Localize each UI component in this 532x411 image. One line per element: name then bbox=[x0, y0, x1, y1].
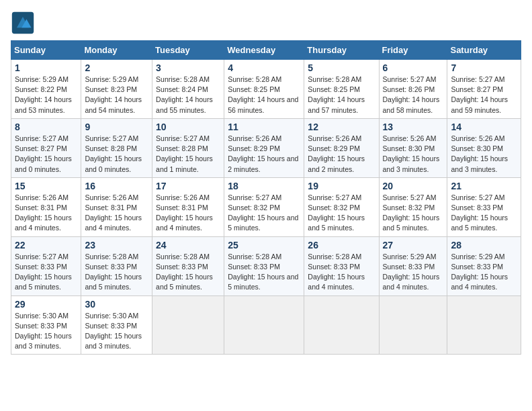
day-cell-16: 16 Sunrise: 5:26 AM Sunset: 8:31 PM Dayl… bbox=[81, 177, 152, 236]
day-cell-29: 29 Sunrise: 5:30 AM Sunset: 8:33 PM Dayl… bbox=[11, 295, 81, 355]
day-cell-5: 5 Sunrise: 5:28 AM Sunset: 8:25 PM Dayli… bbox=[304, 60, 379, 119]
week-row-4: 22 Sunrise: 5:27 AM Sunset: 8:33 PM Dayl… bbox=[11, 236, 521, 295]
day-info: Sunrise: 5:27 AM Sunset: 8:27 PM Dayligh… bbox=[451, 75, 517, 116]
day-cell-18: 18 Sunrise: 5:27 AM Sunset: 8:32 PM Dayl… bbox=[224, 177, 304, 236]
day-cell-21: 21 Sunrise: 5:27 AM Sunset: 8:33 PM Dayl… bbox=[447, 177, 521, 236]
day-cell-13: 13 Sunrise: 5:26 AM Sunset: 8:30 PM Dayl… bbox=[379, 118, 447, 177]
day-cell-4: 4 Sunrise: 5:28 AM Sunset: 8:25 PM Dayli… bbox=[224, 60, 304, 119]
day-cell-11: 11 Sunrise: 5:26 AM Sunset: 8:29 PM Dayl… bbox=[224, 118, 304, 177]
day-number: 5 bbox=[308, 62, 375, 73]
day-info: Sunrise: 5:26 AM Sunset: 8:30 PM Dayligh… bbox=[451, 134, 517, 175]
day-cell-2: 2 Sunrise: 5:29 AM Sunset: 8:23 PM Dayli… bbox=[81, 60, 152, 119]
day-number: 22 bbox=[15, 240, 77, 250]
empty-cell bbox=[152, 295, 224, 355]
day-cell-12: 12 Sunrise: 5:26 AM Sunset: 8:29 PM Dayl… bbox=[304, 118, 379, 177]
day-number: 2 bbox=[85, 62, 148, 73]
day-cell-7: 7 Sunrise: 5:27 AM Sunset: 8:27 PM Dayli… bbox=[447, 60, 521, 119]
day-info: Sunrise: 5:29 AM Sunset: 8:33 PM Dayligh… bbox=[451, 252, 517, 293]
day-info: Sunrise: 5:29 AM Sunset: 8:23 PM Dayligh… bbox=[85, 75, 148, 116]
day-info: Sunrise: 5:26 AM Sunset: 8:30 PM Dayligh… bbox=[383, 134, 444, 175]
empty-cell bbox=[447, 295, 521, 355]
day-info: Sunrise: 5:27 AM Sunset: 8:33 PM Dayligh… bbox=[15, 252, 77, 293]
day-number: 24 bbox=[156, 240, 220, 250]
day-info: Sunrise: 5:27 AM Sunset: 8:32 PM Dayligh… bbox=[383, 193, 444, 234]
col-header-friday: Friday bbox=[379, 41, 447, 60]
day-number: 20 bbox=[383, 181, 444, 191]
col-header-thursday: Thursday bbox=[304, 41, 379, 60]
logo bbox=[11, 11, 38, 35]
empty-cell bbox=[379, 295, 447, 355]
day-cell-1: 1 Sunrise: 5:29 AM Sunset: 8:22 PM Dayli… bbox=[11, 60, 81, 119]
week-row-2: 8 Sunrise: 5:27 AM Sunset: 8:27 PM Dayli… bbox=[11, 118, 521, 177]
day-info: Sunrise: 5:30 AM Sunset: 8:33 PM Dayligh… bbox=[15, 311, 77, 352]
day-number: 26 bbox=[308, 240, 375, 250]
day-cell-10: 10 Sunrise: 5:27 AM Sunset: 8:28 PM Dayl… bbox=[152, 118, 224, 177]
week-row-3: 15 Sunrise: 5:26 AM Sunset: 8:31 PM Dayl… bbox=[11, 177, 521, 236]
day-info: Sunrise: 5:27 AM Sunset: 8:32 PM Dayligh… bbox=[308, 193, 375, 234]
day-number: 21 bbox=[451, 181, 517, 191]
day-cell-22: 22 Sunrise: 5:27 AM Sunset: 8:33 PM Dayl… bbox=[11, 236, 81, 295]
day-info: Sunrise: 5:27 AM Sunset: 8:32 PM Dayligh… bbox=[228, 193, 300, 234]
day-number: 13 bbox=[383, 122, 444, 132]
day-info: Sunrise: 5:26 AM Sunset: 8:31 PM Dayligh… bbox=[156, 193, 220, 234]
day-number: 18 bbox=[228, 181, 300, 191]
week-row-1: 1 Sunrise: 5:29 AM Sunset: 8:22 PM Dayli… bbox=[11, 60, 521, 119]
day-info: Sunrise: 5:27 AM Sunset: 8:33 PM Dayligh… bbox=[451, 193, 517, 234]
day-info: Sunrise: 5:27 AM Sunset: 8:28 PM Dayligh… bbox=[85, 134, 148, 175]
day-number: 15 bbox=[15, 181, 77, 191]
day-number: 14 bbox=[451, 122, 517, 132]
day-number: 4 bbox=[228, 62, 300, 73]
day-number: 10 bbox=[156, 122, 220, 132]
week-row-5: 29 Sunrise: 5:30 AM Sunset: 8:33 PM Dayl… bbox=[11, 295, 521, 355]
day-info: Sunrise: 5:27 AM Sunset: 8:28 PM Dayligh… bbox=[156, 134, 220, 175]
day-number: 7 bbox=[451, 62, 517, 73]
day-number: 27 bbox=[383, 240, 444, 250]
day-number: 28 bbox=[451, 240, 517, 250]
calendar-table: SundayMondayTuesdayWednesdayThursdayFrid… bbox=[11, 40, 521, 355]
day-cell-17: 17 Sunrise: 5:26 AM Sunset: 8:31 PM Dayl… bbox=[152, 177, 224, 236]
day-number: 9 bbox=[85, 122, 148, 132]
day-number: 23 bbox=[85, 240, 148, 250]
day-info: Sunrise: 5:28 AM Sunset: 8:33 PM Dayligh… bbox=[308, 252, 375, 293]
day-number: 25 bbox=[228, 240, 300, 250]
col-header-saturday: Saturday bbox=[447, 41, 521, 60]
day-number: 3 bbox=[156, 62, 220, 73]
day-info: Sunrise: 5:30 AM Sunset: 8:33 PM Dayligh… bbox=[85, 311, 148, 352]
day-info: Sunrise: 5:26 AM Sunset: 8:31 PM Dayligh… bbox=[15, 193, 77, 234]
day-cell-8: 8 Sunrise: 5:27 AM Sunset: 8:27 PM Dayli… bbox=[11, 118, 81, 177]
day-cell-24: 24 Sunrise: 5:28 AM Sunset: 8:33 PM Dayl… bbox=[152, 236, 224, 295]
day-info: Sunrise: 5:28 AM Sunset: 8:24 PM Dayligh… bbox=[156, 75, 220, 116]
day-info: Sunrise: 5:26 AM Sunset: 8:29 PM Dayligh… bbox=[308, 134, 375, 175]
day-cell-20: 20 Sunrise: 5:27 AM Sunset: 8:32 PM Dayl… bbox=[379, 177, 447, 236]
day-info: Sunrise: 5:28 AM Sunset: 8:33 PM Dayligh… bbox=[156, 252, 220, 293]
day-info: Sunrise: 5:28 AM Sunset: 8:33 PM Dayligh… bbox=[228, 252, 300, 293]
day-cell-6: 6 Sunrise: 5:27 AM Sunset: 8:26 PM Dayli… bbox=[379, 60, 447, 119]
day-info: Sunrise: 5:28 AM Sunset: 8:25 PM Dayligh… bbox=[308, 75, 375, 116]
day-cell-19: 19 Sunrise: 5:27 AM Sunset: 8:32 PM Dayl… bbox=[304, 177, 379, 236]
day-cell-15: 15 Sunrise: 5:26 AM Sunset: 8:31 PM Dayl… bbox=[11, 177, 81, 236]
day-cell-3: 3 Sunrise: 5:28 AM Sunset: 8:24 PM Dayli… bbox=[152, 60, 224, 119]
day-cell-14: 14 Sunrise: 5:26 AM Sunset: 8:30 PM Dayl… bbox=[447, 118, 521, 177]
col-header-monday: Monday bbox=[81, 41, 152, 60]
day-number: 30 bbox=[85, 299, 148, 310]
day-info: Sunrise: 5:26 AM Sunset: 8:31 PM Dayligh… bbox=[85, 193, 148, 234]
day-number: 19 bbox=[308, 181, 375, 191]
day-cell-27: 27 Sunrise: 5:29 AM Sunset: 8:33 PM Dayl… bbox=[379, 236, 447, 295]
day-number: 17 bbox=[156, 181, 220, 191]
empty-cell bbox=[304, 295, 379, 355]
day-cell-23: 23 Sunrise: 5:28 AM Sunset: 8:33 PM Dayl… bbox=[81, 236, 152, 295]
calendar-header-row: SundayMondayTuesdayWednesdayThursdayFrid… bbox=[11, 41, 521, 60]
day-cell-9: 9 Sunrise: 5:27 AM Sunset: 8:28 PM Dayli… bbox=[81, 118, 152, 177]
day-number: 8 bbox=[15, 122, 77, 132]
day-info: Sunrise: 5:28 AM Sunset: 8:33 PM Dayligh… bbox=[85, 252, 148, 293]
day-info: Sunrise: 5:26 AM Sunset: 8:29 PM Dayligh… bbox=[228, 134, 300, 175]
day-number: 1 bbox=[15, 62, 77, 73]
col-header-tuesday: Tuesday bbox=[152, 41, 224, 60]
day-number: 16 bbox=[85, 181, 148, 191]
day-cell-26: 26 Sunrise: 5:28 AM Sunset: 8:33 PM Dayl… bbox=[304, 236, 379, 295]
logo-icon bbox=[11, 11, 35, 35]
day-number: 12 bbox=[308, 122, 375, 132]
page-header bbox=[11, 11, 521, 35]
day-cell-25: 25 Sunrise: 5:28 AM Sunset: 8:33 PM Dayl… bbox=[224, 236, 304, 295]
day-info: Sunrise: 5:27 AM Sunset: 8:27 PM Dayligh… bbox=[15, 134, 77, 175]
